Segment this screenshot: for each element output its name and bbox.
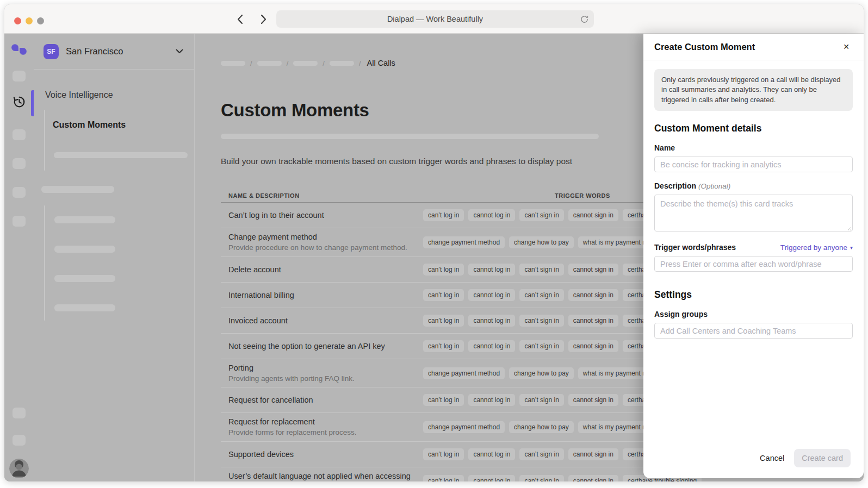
page-title: Custom Moments bbox=[221, 100, 369, 121]
trigger-word-chip: change how to pay bbox=[509, 236, 574, 248]
page-tab-title: Dialpad — Work Beautifully bbox=[387, 15, 483, 23]
trigger-word-chip: cannot log in bbox=[468, 475, 515, 481]
trigger-word-chip: can’t log in bbox=[423, 289, 464, 301]
breadcrumb-current[interactable]: All Calls bbox=[367, 59, 395, 67]
moment-name: Delete account bbox=[228, 265, 418, 274]
trigger-word-chip: cannot log in bbox=[468, 448, 515, 460]
trigger-word-chip: cannot log in bbox=[468, 209, 515, 221]
trigger-word-chip: cannot sign in bbox=[568, 448, 618, 460]
trigger-word-chip: cannot log in bbox=[468, 394, 515, 406]
moment-name: International billing bbox=[228, 290, 418, 300]
rail-item-placeholder[interactable] bbox=[4, 408, 34, 418]
column-header-name: NAME & DESCRIPTION bbox=[221, 192, 423, 199]
moment-description: Providing agents with porting FAQ link. bbox=[228, 374, 418, 384]
call-history-button[interactable] bbox=[4, 95, 34, 109]
window-controls bbox=[14, 17, 44, 24]
settings-heading: Settings bbox=[654, 289, 853, 301]
trigger-word-chip: cannot sign in bbox=[568, 394, 618, 406]
trigger-word-chip: can’t log in bbox=[423, 475, 464, 481]
moment-name: Request for replacement bbox=[228, 417, 418, 427]
caret-down-icon: ▾ bbox=[850, 245, 853, 251]
cancel-button[interactable]: Cancel bbox=[760, 454, 784, 462]
trigger-word-chip: change how to pay bbox=[509, 367, 574, 379]
moment-description: Provide procedure on how to change payme… bbox=[228, 243, 418, 253]
sidebar-item-placeholder bbox=[54, 152, 188, 158]
create-card-button[interactable]: Create card bbox=[794, 449, 851, 467]
assign-groups-label: Assign groups bbox=[654, 310, 853, 318]
trigger-word-chip: cannot log in bbox=[468, 289, 515, 301]
rail-item-placeholder[interactable] bbox=[4, 216, 34, 227]
moment-name: Invoiced account bbox=[228, 316, 418, 326]
trigger-word-chip: change payment method bbox=[423, 236, 505, 248]
close-icon[interactable]: ✕ bbox=[840, 40, 853, 53]
trigger-word-chip: cannot sign in bbox=[568, 289, 618, 301]
minimize-window-icon[interactable] bbox=[26, 17, 33, 24]
trigger-word-chip: can’t sign in bbox=[519, 289, 563, 301]
sidebar-item-placeholder bbox=[54, 275, 115, 282]
trigger-word-chip: change payment method bbox=[423, 367, 505, 379]
trigger-word-chip: cannot sign in bbox=[568, 315, 618, 327]
rail-item-placeholder[interactable] bbox=[4, 187, 34, 198]
rail-item-placeholder[interactable] bbox=[4, 71, 34, 82]
moment-name: User’s default language not applied when… bbox=[228, 471, 418, 481]
address-bar[interactable]: Dialpad — Work Beautifully bbox=[276, 10, 594, 28]
sidebar-item-custom-moments[interactable]: Custom Moments bbox=[53, 120, 126, 130]
optional-hint: (Optional) bbox=[698, 182, 730, 190]
name-input[interactable] bbox=[654, 157, 853, 172]
moment-name: Supported devices bbox=[228, 449, 418, 459]
moment-name: Porting bbox=[228, 363, 418, 373]
triggered-by-dropdown[interactable]: Triggered by anyone ▾ bbox=[780, 243, 853, 252]
name-label: Name bbox=[654, 143, 853, 152]
sidebar-item-placeholder bbox=[54, 216, 115, 223]
trigger-word-chip: cannot sign in bbox=[568, 340, 618, 352]
info-banner: Only cards previously triggered on a cal… bbox=[654, 69, 853, 111]
close-window-icon[interactable] bbox=[14, 17, 21, 24]
browser-window: Dialpad — Work Beautifully bbox=[4, 4, 864, 481]
trigger-word-chip: change payment method bbox=[423, 421, 505, 433]
rail-item-placeholder[interactable] bbox=[4, 129, 34, 140]
rail-item-placeholder[interactable] bbox=[4, 158, 34, 169]
workspace-badge: SF bbox=[44, 44, 59, 59]
details-heading: Custom Moment details bbox=[654, 123, 853, 134]
trigger-words-input[interactable] bbox=[654, 256, 853, 272]
trigger-word-chip: cannot log in bbox=[468, 264, 515, 276]
description-label: Description (Optional) bbox=[654, 182, 853, 190]
panel-footer: Cancel Create card bbox=[760, 449, 851, 467]
assign-groups-input[interactable] bbox=[654, 323, 853, 339]
trigger-words-label: Trigger words/phrases bbox=[654, 243, 780, 252]
sidebar-item-placeholder bbox=[54, 304, 115, 311]
dialpad-logo bbox=[4, 42, 34, 57]
back-button[interactable] bbox=[234, 12, 246, 26]
reload-icon[interactable] bbox=[580, 15, 589, 24]
trigger-word-chip: cannot sign in bbox=[568, 209, 618, 221]
trigger-word-chip: can’t sign in bbox=[519, 315, 563, 327]
tree-guide-line bbox=[44, 205, 45, 321]
breadcrumb-placeholder[interactable] bbox=[330, 61, 354, 66]
fullscreen-window-icon[interactable] bbox=[37, 17, 44, 24]
moment-name: Not seeing the option to generate an API… bbox=[228, 341, 418, 351]
breadcrumb-placeholder[interactable] bbox=[293, 61, 318, 66]
trigger-word-chip: can’t sign in bbox=[519, 448, 563, 460]
rail-item-placeholder[interactable] bbox=[4, 435, 34, 446]
trigger-word-chip: cannot log in bbox=[468, 315, 515, 327]
breadcrumb-placeholder[interactable] bbox=[221, 61, 245, 66]
description-textarea[interactable] bbox=[654, 195, 853, 232]
trigger-word-chip: can’t log in bbox=[423, 340, 464, 352]
trigger-word-chip: can’t log in bbox=[423, 209, 464, 221]
breadcrumb-placeholder[interactable] bbox=[257, 61, 282, 66]
tree-guide-line bbox=[44, 110, 45, 171]
sidebar-item-placeholder bbox=[41, 186, 114, 193]
create-custom-moment-panel: Create Custom Moment ✕ Only cards previo… bbox=[643, 34, 864, 478]
moment-name: Request for cancellation bbox=[228, 395, 418, 405]
workspace-switcher[interactable]: SF San Francisco bbox=[34, 34, 194, 70]
user-avatar[interactable] bbox=[4, 459, 34, 478]
sidebar-item-placeholder bbox=[54, 246, 115, 253]
panel-header: Create Custom Moment ✕ bbox=[643, 34, 864, 60]
forward-button[interactable] bbox=[258, 12, 270, 26]
chevron-down-icon bbox=[176, 49, 183, 54]
sidebar-section-voice-intelligence[interactable]: Voice Intelligence bbox=[45, 90, 113, 100]
trigger-word-chip: can’t sign in bbox=[519, 209, 563, 221]
settings-sidebar: SF San Francisco Voice Intelligence Cust… bbox=[34, 34, 195, 481]
trigger-word-chip: can’t sign in bbox=[519, 340, 563, 352]
workspace-name: San Francisco bbox=[66, 46, 176, 57]
